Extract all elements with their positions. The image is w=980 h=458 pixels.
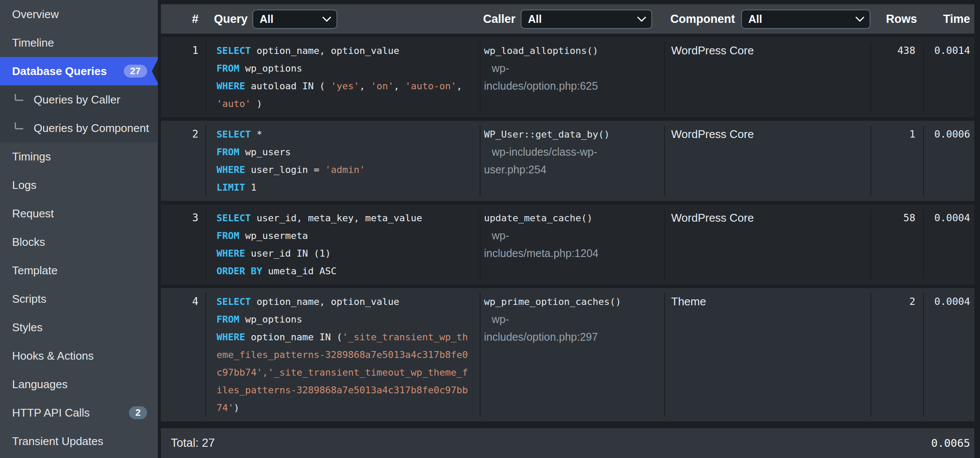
sql-line: ORDER BY umeta_id ASC [217, 262, 480, 280]
query-filter-select[interactable]: All [252, 9, 337, 29]
sql-line: WHERE autoload IN ( 'yes', 'on', 'auto-o… [217, 77, 480, 95]
sidebar-item-label: Database Queries [12, 65, 107, 78]
sidebar-submenu: Queries by CallerQueries by Component [0, 85, 158, 142]
sidebar-item-logs[interactable]: Logs [0, 171, 158, 199]
query-rows-count: 2 [870, 293, 923, 417]
query-time: 0.0014 [923, 42, 974, 113]
query-rows-count: 438 [870, 42, 923, 113]
caller-file-path: wp-includes/class-wp- [484, 143, 664, 161]
sidebar-item-label: Queries by Component [34, 122, 149, 135]
total-time: 0.0065 [931, 437, 970, 449]
caller-filter-value: All [528, 13, 542, 25]
sql-line: SELECT option_name, option_value [217, 42, 480, 60]
sidebar-item-queries-by-caller[interactable]: Queries by Caller [0, 85, 158, 114]
component-label: Component [670, 13, 735, 26]
caller-file-path: includes/option.php:625 [484, 77, 664, 95]
query-caller: update_meta_cache()wp-includes/meta.php:… [480, 209, 664, 280]
component-filter-value: All [748, 13, 762, 25]
sidebar-item-timings[interactable]: Timings [0, 142, 158, 171]
caller-function: WP_User::get_data_by() [484, 125, 664, 143]
column-header-caller: Caller All [480, 9, 664, 29]
query-component: WordPress Core [664, 125, 870, 196]
sql-line: SELECT * [217, 125, 480, 143]
chevron-down-icon [637, 13, 646, 22]
query-rows: 1SELECT option_name, option_valueFROM wp… [161, 37, 974, 421]
sidebar-item-queries-by-component[interactable]: Queries by Component [0, 114, 158, 142]
table-footer: Total: 27 0.0065 [161, 428, 974, 458]
caller-function: wp_load_alloptions() [484, 42, 664, 60]
sql-line: WHERE option_name IN ('_site_transient_w… [217, 328, 480, 346]
query-component: WordPress Core [664, 42, 870, 113]
table-row: 2SELECT *FROM wp_usersWHERE user_login =… [161, 121, 974, 201]
sql-line: FROM wp_users [217, 143, 480, 161]
chevron-down-icon [855, 13, 864, 22]
caller-file-path: includes/option.php:297 [484, 328, 664, 346]
sql-line: SELECT option_name, option_value [217, 293, 480, 311]
chevron-down-icon [322, 13, 331, 22]
total-queries: Total: 27 [171, 436, 215, 450]
component-filter-select[interactable]: All [741, 9, 870, 29]
column-header-query: Query All [205, 9, 480, 29]
caller-function: wp_prime_option_caches() [484, 293, 664, 311]
query-filter-value: All [260, 13, 273, 25]
sql-line: FROM wp_options [217, 60, 480, 77]
table-row: 1SELECT option_name, option_valueFROM wp… [161, 37, 974, 117]
sidebar-item-scripts[interactable]: Scripts [0, 285, 158, 313]
sidebar-item-http-api-calls[interactable]: HTTP API Calls2 [0, 398, 158, 427]
sidebar-item-database-queries[interactable]: Database Queries27 [0, 57, 158, 85]
query-sql: SELECT *FROM wp_usersWHERE user_login = … [205, 125, 480, 196]
sql-line: c97bb74','_site_transient_timeout_wp_the… [217, 364, 480, 381]
column-header-component: Component All [664, 9, 870, 29]
tree-branch-icon [15, 122, 23, 129]
sidebar-item-label: Logs [12, 179, 36, 192]
sql-line: iles_patterns-3289868a7e5013a4c317b8fe0c… [217, 381, 480, 399]
caller-function: update_meta_cache() [484, 209, 664, 227]
table-row: 3SELECT user_id, meta_key, meta_valueFRO… [161, 204, 974, 285]
sidebar: OverviewTimelineDatabase Queries27Querie… [0, 0, 158, 458]
query-caller: WP_User::get_data_by()wp-includes/class-… [480, 125, 664, 196]
column-header-time: Time [923, 13, 974, 26]
query-rows-count: 58 [870, 209, 923, 280]
sidebar-item-overview[interactable]: Overview [0, 0, 158, 28]
query-caller: wp_prime_option_caches()wp-includes/opti… [480, 293, 664, 417]
sidebar-item-languages[interactable]: Languages [0, 370, 158, 398]
sidebar-item-label: Blocks [12, 235, 45, 249]
sidebar-item-styles[interactable]: Styles [0, 313, 158, 342]
sql-line: 74') [217, 399, 480, 417]
query-number: 2 [161, 125, 205, 196]
sidebar-item-label: Request [12, 207, 54, 220]
count-badge: 27 [124, 65, 147, 78]
sidebar-item-blocks[interactable]: Blocks [0, 228, 158, 256]
query-component: WordPress Core [664, 209, 870, 280]
sidebar-item-label: Template [12, 264, 58, 277]
query-sql: SELECT user_id, meta_key, meta_valueFROM… [205, 209, 480, 280]
sidebar-item-timeline[interactable]: Timeline [0, 28, 158, 57]
tree-branch-icon [15, 94, 23, 101]
sidebar-item-hooks-actions[interactable]: Hooks & Actions [0, 342, 158, 370]
sql-line: WHERE user_id IN (1) [217, 245, 480, 262]
sidebar-item-transient-updates[interactable]: Transient Updates [0, 427, 158, 455]
caller-file-path: wp- [484, 227, 664, 245]
query-time: 0.0006 [923, 125, 974, 196]
sidebar-item-label: Timeline [12, 36, 54, 50]
query-sql: SELECT option_name, option_valueFROM wp_… [205, 42, 480, 113]
sidebar-item-label: Styles [12, 321, 43, 334]
sidebar-item-template[interactable]: Template [0, 256, 158, 285]
caller-filter-select[interactable]: All [521, 9, 652, 29]
sidebar-menu: OverviewTimelineDatabase Queries27Querie… [0, 0, 158, 455]
query-rows-count: 1 [870, 125, 923, 196]
sql-line: FROM wp_usermeta [217, 227, 480, 245]
query-time: 0.0004 [923, 209, 974, 280]
sidebar-item-request[interactable]: Request [0, 199, 158, 228]
query-time: 0.0004 [923, 293, 974, 417]
query-monitor-panel: OverviewTimelineDatabase Queries27Querie… [0, 0, 980, 458]
sql-line: eme_files_patterns-3289868a7e5013a4c317b… [217, 346, 480, 364]
sql-line: SELECT user_id, meta_key, meta_value [217, 209, 480, 227]
sidebar-item-label: Languages [12, 378, 68, 391]
sql-line: 'auto' ) [217, 95, 480, 113]
caller-file-path: user.php:254 [484, 161, 664, 179]
sql-line: FROM wp_options [217, 311, 480, 328]
column-header-number: # [161, 13, 205, 26]
sql-line: LIMIT 1 [217, 179, 480, 196]
sidebar-item-label: Timings [12, 150, 51, 163]
